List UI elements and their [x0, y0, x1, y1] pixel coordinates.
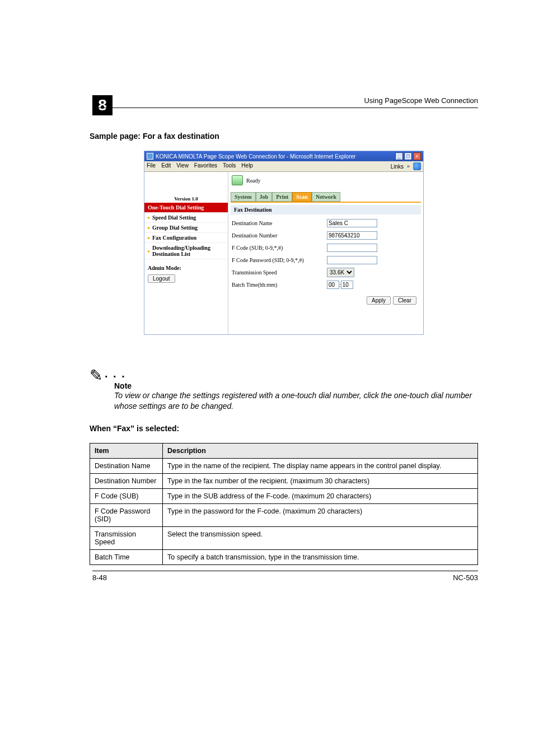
dest-number-label: Destination Number — [232, 232, 327, 239]
doc-id: NC-503 — [453, 573, 478, 582]
ie-logo-icon — [413, 162, 421, 170]
sidebar-item-group-dial[interactable]: ▸Group Dial Setting — [144, 223, 228, 233]
close-button[interactable]: × — [413, 152, 421, 160]
table-row: F Code (SUB)Type in the SUB address of t… — [90, 488, 478, 503]
sidebar-item-onetouch[interactable]: One-Touch Dial Setting — [144, 203, 228, 213]
th-desc: Description — [163, 443, 478, 458]
sidebar-item-speed-dial[interactable]: ▸Speed Dial Setting — [144, 213, 228, 223]
menu-bar: File Edit View Favorites Tools Help Link… — [144, 161, 423, 172]
tab-bar: System Job Print Scan Network — [228, 192, 423, 202]
sidebar-label: Fax Configuration — [152, 235, 196, 241]
links-label[interactable]: Links — [391, 164, 404, 170]
sidebar-label: Speed Dial Setting — [152, 214, 196, 221]
description-table: Item Description Destination NameType in… — [90, 443, 478, 565]
tab-underline — [231, 202, 421, 203]
sidebar-label: Group Dial Setting — [152, 225, 198, 231]
cell-item: Destination Name — [90, 458, 163, 473]
version-label: Version 1.0 — [174, 196, 198, 202]
sidebar-item-dest-list[interactable]: ▸Downloading/Uploading Destination List — [144, 243, 228, 259]
subheading-sample: Sample page: For a fax destination — [90, 132, 478, 141]
menu-favorites[interactable]: Favorites — [194, 162, 217, 170]
tx-speed-label: Transmission Speed — [232, 269, 327, 276]
cell-desc: Type in the fax number of the recipient.… — [163, 473, 478, 488]
browser-window: KONICA MINOLTA Page Scope Web Connection… — [144, 151, 424, 335]
pen-icon: ✎ — [90, 366, 102, 385]
menu-edit[interactable]: Edit — [161, 162, 171, 170]
cell-item: F Code (SUB) — [90, 488, 163, 503]
printer-icon — [232, 175, 243, 185]
sidebar-label: Downloading/Uploading Destination List — [152, 245, 224, 257]
table-row: Destination NameType in the name of the … — [90, 458, 478, 473]
logout-button[interactable]: Logout — [148, 274, 175, 283]
cell-desc: To specify a batch transmission, type in… — [163, 549, 478, 564]
table-row: Transmission SpeedSelect the transmissio… — [90, 526, 478, 549]
cell-desc: Type in the name of the recipient. The d… — [163, 458, 478, 473]
minimize-button[interactable]: _ — [395, 152, 403, 160]
batch-hh-input[interactable] — [327, 281, 339, 289]
tab-print[interactable]: Print — [272, 192, 292, 202]
logo-area: Version 1.0 — [144, 172, 228, 203]
triangle-icon: ▸ — [148, 215, 150, 220]
table-row: Batch TimeTo specify a batch transmissio… — [90, 549, 478, 564]
note-label: Note — [114, 381, 478, 390]
note-text: To view or change the settings registere… — [114, 390, 478, 412]
menu-tools[interactable]: Tools — [223, 162, 236, 170]
header-rule — [92, 108, 478, 108]
page-number: 8-48 — [92, 573, 107, 582]
cell-desc: Type in the SUB address of the F-code. (… — [163, 488, 478, 503]
ie-page-icon — [147, 153, 153, 160]
apply-button[interactable]: Apply — [367, 296, 391, 305]
dots-icon: . . . — [105, 367, 126, 380]
batch-mm-input[interactable] — [341, 281, 353, 289]
tx-speed-select[interactable]: 33.6K — [327, 268, 354, 277]
dest-name-label: Destination Name — [232, 220, 327, 226]
clear-button[interactable]: Clear — [393, 296, 416, 305]
chapter-number: 8 — [92, 95, 113, 115]
admin-mode-label: Admin Mode: — [144, 259, 228, 273]
cell-item: Batch Time — [90, 549, 163, 564]
main-pane: Ready System Job Print Scan Network Fax … — [228, 172, 423, 334]
triangle-icon: ▸ — [148, 235, 150, 240]
cell-item: Destination Number — [90, 473, 163, 488]
tab-network[interactable]: Network — [312, 192, 340, 202]
triangle-icon: ▸ — [148, 249, 150, 254]
cell-item: F Code Password (SID) — [90, 503, 163, 526]
panel-title: Fax Destination — [231, 205, 421, 214]
status-text: Ready — [246, 178, 261, 184]
cell-desc: Type in the password for the F-code. (ma… — [163, 503, 478, 526]
cell-desc: Select the transmission speed. — [163, 526, 478, 549]
fcode-pwd-input[interactable] — [327, 256, 377, 264]
table-row: F Code Password (SID)Type in the passwor… — [90, 503, 478, 526]
fcode-pwd-label: F Code Password (SID; 0-9,*,#) — [232, 257, 327, 263]
menu-file[interactable]: File — [147, 162, 156, 170]
batch-time-label: Batch Time(hh:mm) — [232, 282, 327, 288]
tab-job[interactable]: Job — [256, 192, 273, 202]
th-item: Item — [90, 443, 163, 458]
tab-system[interactable]: System — [231, 192, 256, 202]
dest-number-input[interactable] — [327, 231, 377, 240]
note-block: ✎. . . Note To view or change the settin… — [90, 363, 478, 412]
fcode-sub-label: F Code (SUB; 0-9,*,#) — [232, 245, 327, 251]
subheading-fax-selected: When “Fax” is selected: — [90, 424, 478, 433]
window-title-text: KONICA MINOLTA Page Scope Web Connection… — [156, 153, 355, 160]
menu-view[interactable]: View — [176, 162, 189, 170]
fcode-sub-input[interactable] — [327, 244, 377, 252]
sidebar-item-fax-config[interactable]: ▸Fax Configuration — [144, 233, 228, 243]
sidebar: Version 1.0 One-Touch Dial Setting ▸Spee… — [144, 172, 228, 334]
table-row: Destination NumberType in the fax number… — [90, 473, 478, 488]
header-title: Using PageScope Web Connection — [364, 96, 478, 105]
form-area: Destination Name Destination Number F Co… — [228, 214, 423, 293]
cell-item: Transmission Speed — [90, 526, 163, 549]
tab-scan[interactable]: Scan — [292, 192, 312, 202]
footer: 8-48 NC-503 — [92, 571, 478, 582]
status-row: Ready — [228, 172, 423, 192]
dest-name-input[interactable] — [327, 219, 377, 227]
window-titlebar: KONICA MINOLTA Page Scope Web Connection… — [144, 151, 423, 161]
maximize-button[interactable]: □ — [404, 152, 412, 160]
triangle-icon: ▸ — [148, 225, 150, 230]
chevron-right-icon[interactable]: » — [407, 164, 410, 169]
menu-help[interactable]: Help — [241, 162, 253, 170]
